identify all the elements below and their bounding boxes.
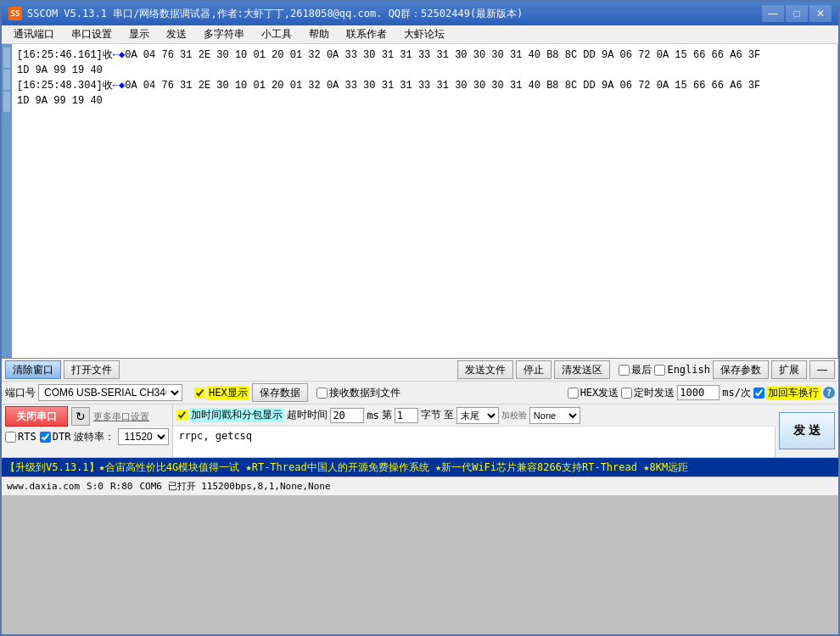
- s-value: S:0: [87, 481, 104, 492]
- menu-item-小工具[interactable]: 小工具: [253, 25, 300, 43]
- r-value: R:80: [110, 481, 133, 492]
- website-text: www.daxia.com: [7, 481, 80, 492]
- r-counter: R:80: [110, 481, 133, 492]
- terminal-line: [16:25:46.161]收←◆0A 04 76 31 2E 30 10 01…: [17, 47, 832, 63]
- clear-window-button[interactable]: 清除窗口: [5, 360, 61, 379]
- last-checkbox-input[interactable]: [619, 365, 630, 376]
- recv-icon: ←◆: [113, 80, 125, 92]
- collapse-button[interactable]: —: [809, 360, 835, 379]
- clear-send-area-button[interactable]: 清发送区: [554, 360, 610, 379]
- toolbar-row1: 清除窗口 打开文件 发送文件 停止 清发送区 最后 English 保存参数 扩…: [2, 359, 838, 382]
- rts-checkbox[interactable]: RTS: [5, 431, 36, 443]
- more-port-link[interactable]: 更多串口设置: [93, 410, 149, 423]
- close-port-button[interactable]: 关闭串口: [5, 406, 68, 427]
- terminal-line: [16:25:48.304]收←◆0A 04 76 31 2E 30 10 01…: [17, 78, 832, 93]
- port-row: 端口号 COM6 USB-SERIAL CH340 HEX显示 保存数据 接收数…: [2, 382, 838, 404]
- end-select[interactable]: 末尾: [456, 407, 499, 424]
- port-label: 端口号: [5, 386, 36, 400]
- menu-bar: 通讯端口串口设置显示发送多字符串小工具帮助联系作者大虾论坛: [2, 25, 838, 44]
- send-input-area: rrpc, getcsq: [173, 427, 776, 457]
- english-checkbox-input[interactable]: [654, 365, 665, 376]
- website-link[interactable]: www.daxia.com: [7, 481, 80, 492]
- menu-item-显示[interactable]: 显示: [120, 25, 158, 43]
- save-params-button[interactable]: 保存参数: [713, 360, 769, 379]
- send-button[interactable]: 发 送: [779, 412, 835, 449]
- help-icon[interactable]: ?: [823, 387, 835, 399]
- send-file-button[interactable]: 发送文件: [457, 360, 513, 379]
- menu-item-联系作者[interactable]: 联系作者: [338, 25, 395, 43]
- status-bar: www.daxia.com S:0 R:80 COM6 已打开 115200bp…: [2, 477, 838, 495]
- recv-to-file-checkbox[interactable]: 接收数据到文件: [316, 386, 400, 400]
- checksum-label: 加校验: [501, 410, 527, 421]
- timeout-input[interactable]: [330, 408, 364, 423]
- timestamp-label: 加时间戳和分包显示: [189, 408, 284, 422]
- refresh-button[interactable]: ↻: [71, 407, 90, 426]
- byte-input[interactable]: [395, 408, 418, 423]
- open-file-button[interactable]: 打开文件: [64, 360, 120, 379]
- timed-send-checkbox[interactable]: 定时发送: [621, 386, 675, 400]
- bottom-panel: 清除窗口 打开文件 发送文件 停止 清发送区 最后 English 保存参数 扩…: [2, 358, 838, 458]
- english-checkbox[interactable]: English: [654, 364, 710, 376]
- port-controls-area: 关闭串口 ↻ 更多串口设置 RTS DTR 波特率： 115200: [2, 404, 838, 458]
- ticker-bar: 【升级到V5.13.1】★合宙高性价比4G模块值得一试 ★RT-Thread中国…: [2, 458, 838, 477]
- maximize-button[interactable]: □: [786, 5, 808, 22]
- enter-newline-checkbox[interactable]: 加回车换行: [753, 386, 820, 400]
- sidebar-item: [3, 47, 10, 68]
- hex-send-input[interactable]: [568, 388, 579, 399]
- hex-send-checkbox[interactable]: HEX发送: [568, 386, 619, 400]
- english-label: English: [667, 364, 710, 376]
- menu-item-大虾论坛[interactable]: 大虾论坛: [395, 25, 453, 43]
- rts-input[interactable]: [5, 432, 16, 443]
- menu-item-发送[interactable]: 发送: [158, 25, 195, 43]
- timestamp-checkbox[interactable]: 加时间戳和分包显示: [176, 408, 284, 422]
- sidebar-item: [3, 92, 10, 112]
- hex-display-input[interactable]: [194, 388, 205, 399]
- minimize-button[interactable]: —: [762, 5, 784, 22]
- timeout-unit: ms: [367, 410, 378, 421]
- main-area: [16:25:46.161]收←◆0A 04 76 31 2E 30 10 01…: [2, 44, 838, 358]
- send-button-area: 发 送: [776, 404, 838, 457]
- menu-item-帮助[interactable]: 帮助: [300, 25, 338, 43]
- menu-item-多字符串[interactable]: 多字符串: [195, 25, 253, 43]
- window-title: SSCOM V5.13.1 串口/网络数据调试器,作者:大虾丁丁,2618058…: [27, 7, 523, 21]
- dtr-input[interactable]: [40, 432, 51, 443]
- window-controls: — □ ✕: [762, 5, 832, 22]
- close-button[interactable]: ✕: [809, 5, 832, 22]
- send-input[interactable]: rrpc, getcsq: [173, 427, 776, 457]
- close-port-row: 关闭串口 ↻ 更多串口设置: [5, 406, 169, 427]
- timed-send-input[interactable]: [621, 388, 632, 399]
- port-status-text: COM6 已打开 115200bps,8,1,None,None: [139, 480, 330, 493]
- app-icon: SS: [8, 7, 22, 20]
- checksum-select[interactable]: None: [529, 407, 580, 424]
- expand-button[interactable]: 扩展: [771, 360, 807, 379]
- menu-item-串口设置[interactable]: 串口设置: [63, 25, 120, 43]
- recv-to-file-input[interactable]: [316, 388, 328, 399]
- s-counter: S:0: [87, 481, 104, 492]
- port-select[interactable]: COM6 USB-SERIAL CH340: [38, 384, 182, 401]
- baud-select[interactable]: 115200: [118, 428, 169, 445]
- terminal-line: 1D 9A 99 19 40: [17, 93, 832, 109]
- recv-to-file-label: 接收数据到文件: [329, 386, 400, 400]
- terminal-output[interactable]: [16:25:46.161]收←◆0A 04 76 31 2E 30 10 01…: [12, 44, 838, 358]
- rts-label: RTS: [18, 431, 36, 443]
- stop-button[interactable]: 停止: [516, 360, 552, 379]
- rts-dtr-row: RTS DTR 波特率： 115200: [5, 428, 169, 445]
- dtr-checkbox[interactable]: DTR: [40, 431, 71, 443]
- timestamp-input[interactable]: [176, 410, 188, 421]
- icon-letters: SS: [11, 9, 20, 18]
- hex-send-label: HEX发送: [580, 386, 619, 400]
- enter-newline-label: 加回车换行: [766, 386, 820, 400]
- hex-display-checkbox[interactable]: HEX显示: [194, 386, 249, 400]
- save-data-button[interactable]: 保存数据: [252, 383, 308, 402]
- menu-item-通讯端口[interactable]: 通讯端口: [5, 25, 63, 43]
- title-bar: SS SSCOM V5.13.1 串口/网络数据调试器,作者:大虾丁丁,2618…: [2, 2, 838, 25]
- enter-newline-input[interactable]: [753, 388, 764, 399]
- byte-label: 第: [382, 408, 392, 422]
- timed-ms-input[interactable]: [677, 385, 720, 400]
- app-window: SS SSCOM V5.13.1 串口/网络数据调试器,作者:大虾丁丁,2618…: [0, 0, 840, 636]
- last-checkbox[interactable]: 最后: [619, 363, 652, 377]
- terminal-line: 1D 9A 99 19 40: [17, 63, 832, 78]
- dtr-label: DTR: [53, 431, 71, 443]
- timeout-label: 超时时间: [287, 408, 328, 422]
- recv-icon: ←◆: [113, 49, 125, 61]
